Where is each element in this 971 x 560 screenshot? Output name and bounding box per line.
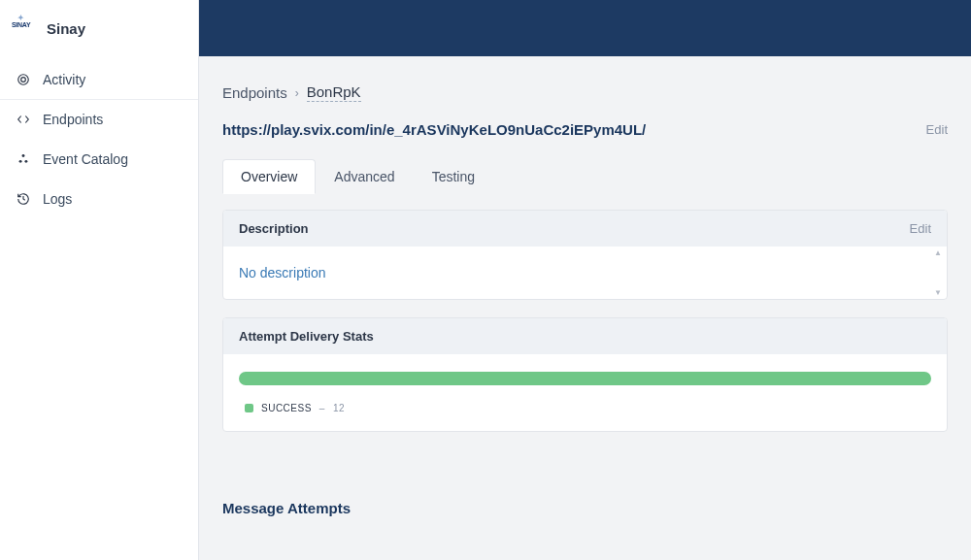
success-swatch bbox=[245, 404, 253, 412]
message-attempts-heading: Message Attempts bbox=[222, 500, 948, 516]
endpoint-url: https://play.svix.com/in/e_4rASViNyKeLO9… bbox=[222, 121, 646, 138]
stats-card-title: Attempt Delivery Stats bbox=[239, 329, 374, 344]
stats-card-header: Attempt Delivery Stats bbox=[223, 318, 947, 354]
svg-point-0 bbox=[18, 75, 29, 85]
sidebar-item-logs[interactable]: Logs bbox=[0, 180, 198, 219]
content: Endpoints › BonRpK https://play.svix.com… bbox=[199, 56, 971, 555]
success-label: SUCCESS bbox=[261, 403, 312, 413]
svg-point-3 bbox=[19, 160, 22, 163]
catalog-icon bbox=[16, 151, 31, 167]
svg-point-1 bbox=[21, 78, 26, 82]
chevron-right-icon: › bbox=[295, 86, 299, 100]
main: Endpoints › BonRpK https://play.svix.com… bbox=[199, 0, 971, 560]
success-sep: – bbox=[319, 403, 325, 413]
sidebar-item-endpoints[interactable]: Endpoints bbox=[0, 100, 198, 140]
tab-testing[interactable]: Testing bbox=[414, 159, 493, 194]
description-card-title: Description bbox=[239, 221, 309, 236]
tab-overview[interactable]: Overview bbox=[222, 159, 316, 194]
breadcrumb-current: BonRpK bbox=[307, 83, 361, 102]
sidebar: SINAY Sinay Activity Endpoints Event C bbox=[0, 0, 199, 560]
history-icon bbox=[16, 191, 31, 207]
svg-point-2 bbox=[22, 154, 25, 157]
stats-card-body: SUCCESS – 12 bbox=[223, 354, 947, 431]
description-empty: No description bbox=[239, 265, 326, 280]
description-card-body: No description ▲ ▼ bbox=[223, 247, 947, 299]
topbar bbox=[199, 0, 971, 56]
stats-card: Attempt Delivery Stats SUCCESS – 12 bbox=[222, 317, 948, 432]
stats-legend: SUCCESS – 12 bbox=[239, 403, 931, 413]
sidebar-item-label: Event Catalog bbox=[43, 151, 128, 167]
tab-advanced[interactable]: Advanced bbox=[316, 159, 413, 194]
endpoint-url-row: https://play.svix.com/in/e_4rASViNyKeLO9… bbox=[222, 121, 948, 138]
scrollbar[interactable]: ▲ ▼ bbox=[934, 247, 944, 299]
tabs: Overview Advanced Testing bbox=[222, 159, 948, 194]
breadcrumb: Endpoints › BonRpK bbox=[222, 83, 948, 102]
code-icon bbox=[16, 112, 31, 127]
success-bar bbox=[239, 372, 931, 385]
sidebar-nav: Activity Endpoints Event Catalog Logs bbox=[0, 56, 198, 219]
sidebar-item-label: Endpoints bbox=[43, 112, 103, 127]
brand-logo: SINAY bbox=[12, 21, 37, 35]
sidebar-item-label: Logs bbox=[43, 191, 72, 207]
caret-down-icon: ▼ bbox=[934, 288, 944, 297]
description-card-header: Description Edit bbox=[223, 211, 947, 247]
activity-icon bbox=[16, 72, 31, 87]
sidebar-item-label: Activity bbox=[43, 72, 85, 87]
caret-up-icon: ▲ bbox=[934, 248, 944, 257]
sidebar-item-activity[interactable]: Activity bbox=[0, 60, 198, 100]
edit-description-link[interactable]: Edit bbox=[910, 221, 931, 236]
edit-endpoint-link[interactable]: Edit bbox=[926, 122, 948, 137]
sidebar-item-event-catalog[interactable]: Event Catalog bbox=[0, 140, 198, 180]
svg-point-4 bbox=[24, 160, 27, 163]
breadcrumb-parent[interactable]: Endpoints bbox=[222, 84, 287, 101]
description-card: Description Edit No description ▲ ▼ bbox=[222, 210, 948, 300]
success-count: 12 bbox=[333, 403, 345, 413]
sidebar-header: SINAY Sinay bbox=[0, 0, 198, 56]
brand-name: Sinay bbox=[47, 20, 85, 37]
